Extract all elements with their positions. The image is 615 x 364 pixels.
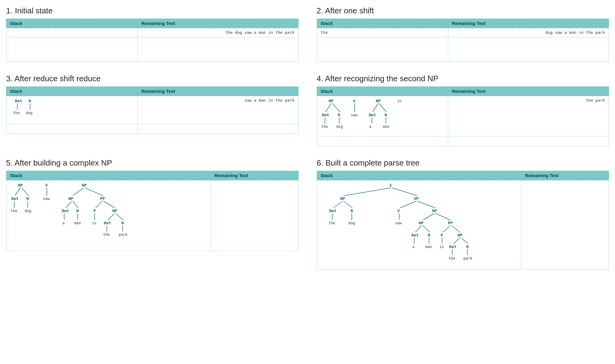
det1-5: Det <box>11 196 18 201</box>
np2-n-line-5 <box>73 201 78 208</box>
panel-1-table: Stack Remaining Text the dog saw a man i… <box>6 19 299 62</box>
panel-6-remaining-text <box>525 182 527 187</box>
panel-2-table: Stack Remaining Text the dog saw a man i… <box>317 19 609 62</box>
np-top-6: NP <box>340 196 345 201</box>
panel-3-tree: Det N the dog <box>9 97 45 122</box>
panel-5-remaining-text <box>215 182 217 187</box>
np3-n-line-6 <box>423 226 430 232</box>
the-leaf-3: the <box>13 111 20 115</box>
n-node-3: N <box>29 99 31 103</box>
n2-5: N <box>76 208 79 213</box>
panel-4-remaining-text: the park <box>586 98 605 103</box>
np2-det-line-4 <box>373 103 378 112</box>
pp-p-line-6 <box>443 226 450 232</box>
panel-5-stack-header: Stack <box>6 171 211 180</box>
np3-6: NP <box>419 221 424 225</box>
det3-5: Det <box>104 221 111 225</box>
np1-det-line-4 <box>326 103 331 112</box>
np1-n-line-4 <box>332 103 340 112</box>
np2-node-4: NP <box>376 99 381 103</box>
np1-node-4: NP <box>329 99 334 103</box>
vp-6: VP <box>414 196 419 201</box>
panel-2-stack-cell: the <box>317 28 448 37</box>
panel-5-title: 5. After building a complex NP <box>6 158 299 168</box>
panel-6-tree: S NP VP Det N V <box>320 182 472 267</box>
panel-6-table: Stack Remaining Text S NP VP <box>317 171 609 269</box>
panel-1-remaining-empty <box>138 37 298 62</box>
panel-1-stack-empty <box>6 37 138 62</box>
the4-leaf-6: the <box>449 256 455 261</box>
n1-node-4: N <box>338 113 340 117</box>
panel-3: 3. After reduce shift reduce Stack Remai… <box>6 74 299 146</box>
n1-5: N <box>26 196 29 201</box>
np-n-line-6 <box>344 201 352 208</box>
man-leaf-5: man <box>74 221 81 225</box>
panel-3-bottom-right <box>138 124 298 134</box>
panel-4-remaining-cell: the park <box>448 96 609 136</box>
panel-5-tree: NP V NP Det N saw NP <box>9 182 155 249</box>
panel-2-stack-header: Stack <box>317 19 448 28</box>
np2-pp-line-6 <box>435 213 450 220</box>
panel-6: 6. Built a complete parse tree Stack Rem… <box>317 158 609 269</box>
det4-6: Det <box>449 244 456 249</box>
panel-5-remaining-header: Remaining Text <box>211 171 298 180</box>
panel-1-title: 1. Initial state <box>6 6 299 16</box>
the1-leaf-5: the <box>11 209 17 213</box>
panel-2-remaining-text: dog saw a man in the park <box>545 30 605 35</box>
np2-6: NP <box>432 208 437 213</box>
n3-5: N <box>121 221 124 225</box>
the3-leaf-5: the <box>103 233 110 237</box>
s-node-6: S <box>390 183 392 187</box>
panel-4-stack-cell: NP V NP in Det N saw <box>317 96 448 136</box>
man-leaf-6: man <box>425 245 432 249</box>
det-node-3: Det <box>15 99 22 103</box>
panel-4-stack-header: Stack <box>317 87 448 96</box>
np1-n-line-5 <box>22 188 29 196</box>
panel-6-stack-cell: S NP VP Det N V <box>317 180 521 269</box>
panel-5-table: Stack Remaining Text NP V NP <box>6 171 299 251</box>
n3-6: N <box>428 233 430 237</box>
panel-2-remaining-cell: dog saw a man in the park <box>448 28 609 37</box>
panel-2-remaining-header: Remaining Text <box>448 19 609 28</box>
panel-4-table: Stack Remaining Text NP V NP in <box>317 86 609 146</box>
main-grid: 1. Initial state Stack Remaining Text th… <box>6 6 609 269</box>
panel-6-title: 6. Built a complete parse tree <box>317 158 609 168</box>
panel-1-stack-header: Stack <box>6 19 138 28</box>
panel-1-remaining-text: the dog saw a man in the park <box>225 30 295 35</box>
panel-1-stack-cell <box>6 28 138 37</box>
n-top-6: N <box>351 208 353 213</box>
vp-v-line-6 <box>400 201 416 208</box>
np2-child-5: NP <box>68 196 73 201</box>
panel-3-stack-cell: Det N the dog <box>6 96 138 124</box>
np2-n-line-4 <box>379 103 386 112</box>
panel-3-title: 3. After reduce shift reduce <box>6 74 299 83</box>
the-leaf-6: the <box>329 221 335 225</box>
s-np-line-6 <box>344 188 391 196</box>
pp-p-line-5 <box>96 201 102 208</box>
panel-2-remaining-empty <box>448 37 609 62</box>
park-leaf-5: park <box>119 233 128 237</box>
a-leaf-6: a <box>412 245 414 249</box>
np3-det-line-5 <box>108 213 114 220</box>
panel-4-bottom-right <box>448 136 609 146</box>
park-leaf-6: park <box>463 256 473 261</box>
np2-pp-line-5 <box>85 188 103 196</box>
man-leaf-4: man <box>383 124 390 129</box>
panel-2-title: 2. After one shift <box>317 6 609 16</box>
np2-np-line-6 <box>423 213 434 220</box>
panel-1: 1. Initial state Stack Remaining Text th… <box>6 6 299 62</box>
panel-3-remaining-header: Remaining Text <box>138 87 298 96</box>
panel-3-remaining-cell: saw a man in the park <box>138 96 298 124</box>
pp-6: PP <box>448 221 453 225</box>
v-6: V <box>397 208 400 213</box>
panel-2: 2. After one shift Stack Remaining Text … <box>317 6 609 62</box>
np4-n-line-6 <box>461 238 468 244</box>
the-leaf-4: the <box>321 124 328 129</box>
np3-det-line-6 <box>415 226 421 232</box>
dog-leaf-5: dog <box>25 209 31 213</box>
panel-5-remaining-cell <box>211 180 298 251</box>
pp-5: PP <box>100 196 105 201</box>
det3-6: Det <box>411 233 418 237</box>
np2-det-line-5 <box>66 201 72 208</box>
pp-np-line-6 <box>451 226 460 232</box>
